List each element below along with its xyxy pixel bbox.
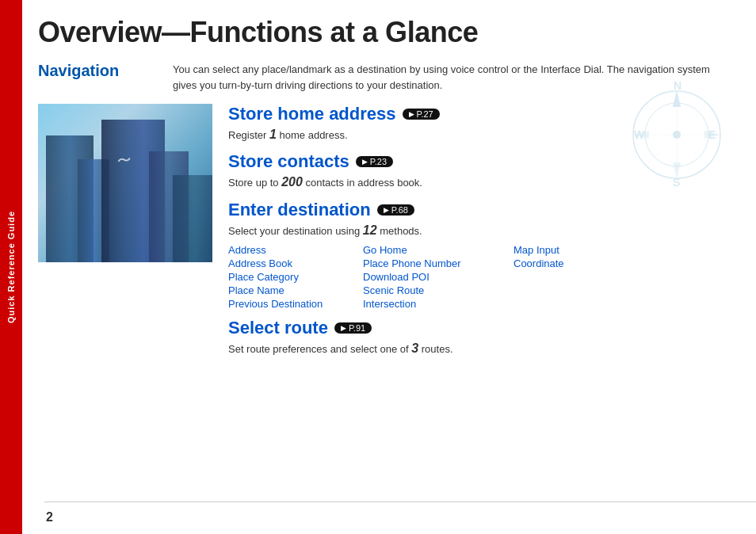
svg-text:W: W	[634, 128, 645, 141]
select-route-page-ref: P.91	[334, 322, 372, 334]
enter-destination-subtext: Select your destination using 12 methods…	[228, 222, 732, 239]
method-previous-destination[interactable]: Previous Destination	[228, 298, 355, 310]
method-scenic-route[interactable]: Scenic Route	[363, 284, 506, 296]
page-number: 2	[46, 510, 53, 524]
method-download-poi[interactable]: Download POI	[363, 271, 506, 283]
photo-buildings: 〜	[38, 104, 212, 262]
svg-text:N: N	[674, 79, 682, 92]
enter-destination-heading: Enter destination	[228, 200, 371, 220]
sidebar-tab-label: Quick Reference Guide	[6, 211, 16, 323]
enter-destination-suffix: methods.	[377, 225, 422, 237]
store-home-suffix: home address.	[277, 129, 348, 141]
select-route-heading: Select route	[228, 318, 328, 338]
store-home-page-ref: P.27	[403, 109, 440, 120]
bottom-separator	[44, 502, 756, 502]
svg-text:E: E	[708, 128, 716, 141]
store-home-bold: 1	[269, 128, 277, 141]
main-content: Overview—Functions at a Glance Navigatio…	[22, 0, 756, 534]
page-title: Overview—Functions at a Glance	[38, 16, 732, 49]
method-address-book[interactable]: Address Book	[228, 257, 355, 269]
enter-destination-heading-row: Enter destination P.68	[228, 200, 732, 220]
methods-grid: Address Go Home Map Input Address Book P…	[228, 244, 732, 310]
select-route-heading-row: Select route P.91	[228, 318, 732, 338]
store-home-prefix: Register	[228, 129, 269, 141]
bird-shape: 〜	[116, 151, 133, 172]
enter-destination-page-ref: P.68	[377, 204, 414, 216]
building-5	[173, 175, 212, 262]
section-label: Navigation	[38, 62, 165, 80]
building-backdrop: 〜	[38, 104, 212, 262]
method-address[interactable]: Address	[228, 244, 355, 256]
method-place-name[interactable]: Place Name	[228, 284, 355, 296]
store-home-heading: Store home address	[228, 104, 396, 124]
section-header: Navigation You can select any place/land…	[38, 62, 732, 93]
method-map-input[interactable]: Map Input	[514, 244, 617, 256]
enter-destination-bold: 12	[363, 223, 377, 237]
sidebar-tab: Quick Reference Guide	[0, 0, 22, 534]
method-place-phone[interactable]: Place Phone Number	[363, 257, 506, 269]
content-body: 〜 Store home address P.27 Register 1 hom…	[38, 104, 732, 361]
select-route-bold: 3	[411, 341, 418, 355]
store-contacts-page-ref: P.23	[356, 156, 393, 167]
method-place-category[interactable]: Place Category	[228, 271, 355, 283]
store-contacts-heading: Store contacts	[228, 151, 349, 172]
select-route-subtext: Set route preferences and select one of …	[228, 340, 732, 357]
method-coordinate[interactable]: Coordinate	[514, 257, 617, 269]
method-intersection[interactable]: Intersection	[363, 298, 506, 310]
select-route-suffix: routes.	[418, 343, 452, 355]
store-contacts-bold: 200	[281, 175, 303, 189]
compass-rose: N S E W	[629, 79, 732, 198]
store-contacts-suffix: contacts in address book.	[303, 177, 422, 189]
select-route-prefix: Set route preferences and select one of	[228, 343, 411, 355]
method-go-home[interactable]: Go Home	[363, 244, 506, 256]
svg-text:S: S	[673, 176, 680, 189]
enter-destination-prefix: Select your destination using	[228, 225, 363, 237]
store-contacts-prefix: Store up to	[228, 177, 281, 189]
